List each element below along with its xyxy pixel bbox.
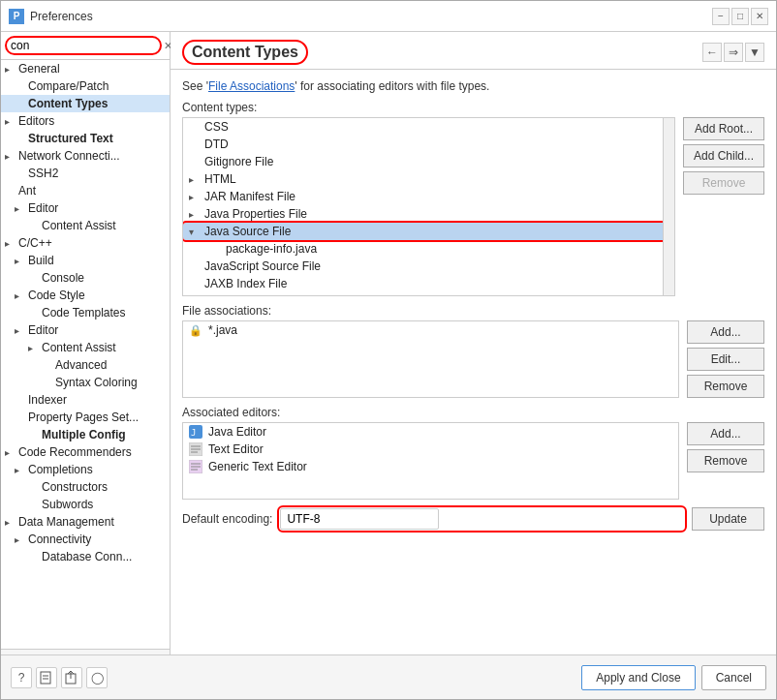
tree-item-editor2[interactable]: ▸ Editor bbox=[1, 321, 170, 339]
file-assoc-list: 🔒 *.java bbox=[182, 320, 679, 398]
file-assoc-label: File associations: bbox=[182, 304, 764, 318]
tree-item-console[interactable]: Console bbox=[1, 269, 170, 287]
item-label: JavaScript Source File bbox=[204, 259, 321, 273]
tree-item-label: Build bbox=[28, 254, 54, 267]
list-item[interactable]: package-info.java bbox=[183, 240, 674, 258]
title-bar-controls: − □ ✕ bbox=[712, 8, 768, 25]
search-input[interactable]: con bbox=[5, 36, 162, 55]
tree-item-code-style[interactable]: ▸ Code Style bbox=[1, 287, 170, 304]
arrow-icon: ▾ bbox=[189, 227, 201, 237]
tree-item-label: Editors bbox=[18, 114, 54, 128]
list-item[interactable]: DTD bbox=[183, 136, 674, 153]
tree-item-network-conn[interactable]: ▸ Network Connecti... bbox=[1, 147, 170, 165]
list-item-java-source[interactable]: ▾ Java Source File bbox=[183, 223, 674, 240]
import-button[interactable] bbox=[36, 667, 57, 688]
tree-item-completions[interactable]: ▸ Completions bbox=[1, 461, 170, 478]
remove-button[interactable]: Remove bbox=[683, 171, 764, 195]
list-item[interactable]: ▸ Java Properties File bbox=[183, 205, 674, 223]
tree-item-ant[interactable]: Ant bbox=[1, 182, 170, 199]
list-item[interactable]: CSS bbox=[183, 118, 674, 136]
arrow-icon: ▸ bbox=[15, 256, 28, 266]
tree-item-label: Editor bbox=[28, 201, 58, 215]
export-button[interactable] bbox=[61, 667, 82, 688]
content-types-list-area: CSS DTD Gitignore File bbox=[182, 117, 675, 296]
tree-item-subwords[interactable]: Subwords bbox=[1, 496, 170, 513]
tree-item-content-assist[interactable]: Content Assist bbox=[1, 217, 170, 234]
list-item[interactable]: ▸ JAR Manifest File bbox=[183, 188, 674, 205]
editor-item[interactable]: Generic Text Editor bbox=[183, 458, 678, 475]
encoding-input-wrapper: UTF-8 bbox=[280, 508, 684, 530]
page-title: Content Types bbox=[182, 40, 308, 65]
forward-button[interactable]: ⇒ bbox=[724, 43, 743, 62]
editors-add-button[interactable]: Add... bbox=[687, 422, 764, 445]
tree-item-build[interactable]: ▸ Build bbox=[1, 252, 170, 269]
tree-item-constructors[interactable]: Constructors bbox=[1, 478, 170, 496]
arrow-icon: ▸ bbox=[15, 203, 28, 214]
file-assoc-list-area: 🔒 *.java bbox=[182, 320, 679, 398]
tree-item-data-mgmt[interactable]: ▸ Data Management bbox=[1, 513, 170, 531]
tree-item-label: Connectivity bbox=[28, 533, 91, 546]
tree-panel: ▸ General Compare/Patch Content Types ▸ … bbox=[1, 60, 170, 649]
minimize-button[interactable]: − bbox=[712, 8, 730, 25]
list-item[interactable]: JS Object Notation File bbox=[183, 292, 674, 296]
tree-item-ssh2[interactable]: SSH2 bbox=[1, 165, 170, 182]
tree-item-label: Indexer bbox=[28, 393, 67, 407]
assoc-add-button[interactable]: Add... bbox=[687, 320, 764, 344]
item-label: package-info.java bbox=[226, 242, 317, 256]
arrow-icon: ▸ bbox=[5, 517, 18, 528]
assoc-item[interactable]: 🔒 *.java bbox=[183, 321, 678, 339]
assoc-remove-button[interactable]: Remove bbox=[687, 375, 764, 398]
back-button[interactable]: ← bbox=[702, 43, 722, 62]
item-label: JAR Manifest File bbox=[204, 190, 295, 203]
list-item[interactable]: Gitignore File bbox=[183, 153, 674, 170]
tree-item-code-recommenders[interactable]: ▸ Code Recommenders bbox=[1, 443, 170, 461]
tree-item-structured-text[interactable]: Structured Text bbox=[1, 130, 170, 147]
list-item[interactable]: JavaScript Source File bbox=[183, 258, 674, 275]
tree-item-label: Multiple Config bbox=[42, 428, 126, 441]
svg-rect-10 bbox=[41, 672, 50, 684]
tree-item-content-assist2[interactable]: ▸ Content Assist bbox=[1, 339, 170, 356]
item-label: JAXB Index File bbox=[204, 277, 287, 290]
tree-item-compare-patch[interactable]: Compare/Patch bbox=[1, 77, 170, 95]
add-root-button[interactable]: Add Root... bbox=[683, 117, 764, 140]
tree-item-editor[interactable]: ▸ Editor bbox=[1, 199, 170, 217]
help-button[interactable]: ? bbox=[11, 667, 32, 688]
maximize-button[interactable]: □ bbox=[731, 8, 749, 25]
tree-item-indexer[interactable]: Indexer bbox=[1, 391, 170, 409]
editors-remove-button[interactable]: Remove bbox=[687, 449, 764, 472]
file-associations-link[interactable]: File Associations bbox=[208, 79, 295, 93]
tree-item-label: Property Pages Set... bbox=[28, 411, 139, 424]
tree-item-code-templates[interactable]: Code Templates bbox=[1, 304, 170, 321]
encoding-input[interactable]: UTF-8 bbox=[280, 508, 439, 530]
encoding-row: Default encoding: UTF-8 Update bbox=[182, 507, 764, 531]
nav-options-button[interactable]: ▼ bbox=[745, 43, 764, 62]
tree-item-multiple-config[interactable]: Multiple Config bbox=[1, 426, 170, 443]
settings-button[interactable]: ◯ bbox=[86, 667, 108, 688]
list-item[interactable]: ▸ HTML bbox=[183, 170, 674, 188]
right-panel: Content Types ← ⇒ ▼ See 'File Associatio… bbox=[171, 32, 776, 654]
tree-item-connectivity[interactable]: ▸ Connectivity bbox=[1, 531, 170, 548]
content-types-list: CSS DTD Gitignore File bbox=[182, 117, 675, 296]
update-button[interactable]: Update bbox=[692, 507, 764, 531]
apply-close-button[interactable]: Apply and Close bbox=[581, 665, 695, 690]
tree-item-advanced[interactable]: Advanced bbox=[1, 356, 170, 374]
list-item[interactable]: JAXB Index File bbox=[183, 275, 674, 292]
tree-item-property-pages[interactable]: Property Pages Set... bbox=[1, 409, 170, 426]
add-child-button[interactable]: Add Child... bbox=[683, 144, 764, 167]
tree-item-content-types[interactable]: Content Types bbox=[1, 95, 170, 112]
tree-item-general[interactable]: ▸ General bbox=[1, 60, 170, 77]
assoc-edit-button[interactable]: Edit... bbox=[687, 348, 764, 371]
tree-item-cpp[interactable]: ▸ C/C++ bbox=[1, 234, 170, 252]
tree-item-syntax-coloring[interactable]: Syntax Coloring bbox=[1, 374, 170, 391]
tree-item-editors[interactable]: ▸ Editors bbox=[1, 112, 170, 130]
close-button[interactable]: ✕ bbox=[751, 8, 768, 25]
editor-item[interactable]: J Java Editor bbox=[183, 423, 678, 441]
tree-item-database-conn[interactable]: Database Conn... bbox=[1, 548, 170, 565]
tree-item-label: Network Connecti... bbox=[18, 149, 120, 163]
editor-item[interactable]: Text Editor bbox=[183, 441, 678, 458]
editor-label: Java Editor bbox=[208, 425, 266, 439]
cancel-button[interactable]: Cancel bbox=[701, 665, 766, 690]
assoc-buttons: Add... Edit... Remove bbox=[687, 320, 764, 398]
scrollbar[interactable] bbox=[663, 118, 674, 295]
item-label: HTML bbox=[204, 172, 236, 186]
